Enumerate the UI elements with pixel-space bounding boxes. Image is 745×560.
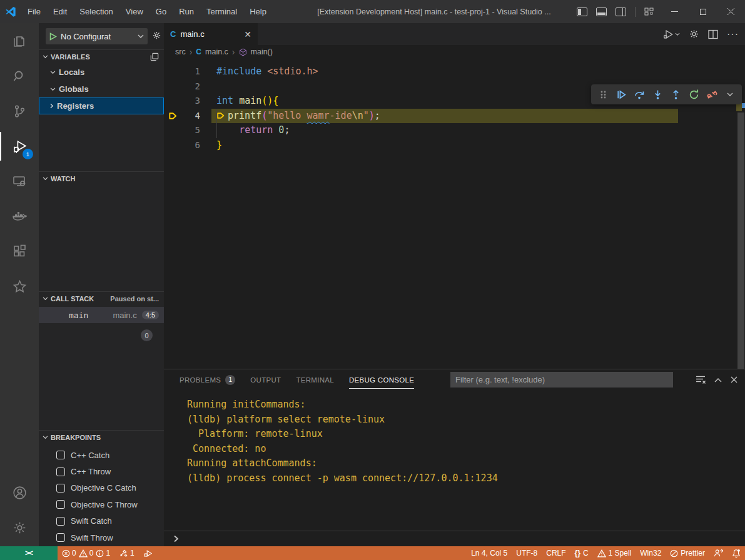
close-tab-icon[interactable]: ✕ — [244, 29, 251, 39]
close-window-button[interactable] — [717, 0, 745, 23]
close-panel-icon[interactable] — [731, 376, 737, 383]
run-and-debug-icon[interactable]: 1 — [0, 130, 39, 162]
breakpoint-gutter[interactable] — [164, 94, 181, 109]
spell-checker-status[interactable]: 1 Spell — [593, 546, 636, 560]
menu-run[interactable]: Run — [173, 0, 200, 23]
breakpoint-checkbox[interactable] — [56, 468, 65, 476]
breakpoint-gutter[interactable] — [164, 79, 181, 94]
call-stack-header[interactable]: CALL STACK Paused on st... — [39, 292, 164, 306]
breadcrumb-file[interactable]: main.c — [205, 48, 228, 56]
variables-scope-locals[interactable]: Locals — [39, 64, 164, 81]
debug-current-line-arrow-icon[interactable] — [164, 109, 181, 124]
tools-status[interactable]: 1 — [114, 546, 139, 560]
step-over-icon[interactable] — [632, 88, 646, 101]
maximize-button[interactable] — [689, 0, 717, 23]
tab-problems[interactable]: PROBLEMS 1 — [180, 369, 235, 390]
code-line[interactable]: 5 return 0; — [164, 123, 745, 138]
launch-settings-gear-icon[interactable] — [152, 31, 161, 40]
language-mode-status[interactable]: {} C — [570, 546, 593, 560]
explorer-icon[interactable] — [0, 25, 39, 58]
variables-header[interactable]: VARIABLES — [39, 50, 164, 64]
disconnect-icon[interactable] — [705, 88, 719, 101]
watch-header[interactable]: WATCH — [39, 172, 164, 186]
breakpoint-gutter[interactable] — [164, 64, 181, 79]
menu-terminal[interactable]: Terminal — [200, 0, 243, 23]
menu-go[interactable]: Go — [150, 0, 173, 23]
run-or-debug-icon[interactable] — [662, 29, 680, 40]
settings-gear-icon[interactable] — [0, 511, 39, 544]
debug-config-dropdown[interactable]: No Configurat — [46, 28, 148, 44]
chevron-down-icon[interactable] — [723, 88, 737, 101]
formatter-status[interactable]: Prettier — [666, 546, 709, 560]
menu-view[interactable]: View — [119, 0, 150, 23]
code-editor[interactable]: 1 #include <stdio.h> 2 3 int main(){ — [164, 59, 745, 369]
minimize-button[interactable] — [661, 0, 689, 23]
breakpoint-row[interactable]: Objective C Throw — [39, 496, 164, 512]
source-control-icon[interactable] — [0, 95, 39, 128]
menu-selection[interactable]: Selection — [73, 0, 119, 23]
scrollbar-thumb[interactable] — [737, 112, 744, 369]
continue-icon[interactable] — [614, 88, 628, 101]
tab-debug-console[interactable]: DEBUG CONSOLE — [349, 369, 414, 390]
breakpoint-row[interactable]: C++ Throw — [39, 463, 164, 479]
stack-frame-row[interactable]: main main.c 4:5 — [39, 307, 164, 323]
step-out-icon[interactable] — [669, 88, 682, 101]
docker-icon[interactable] — [0, 200, 39, 232]
step-into-icon[interactable] — [651, 88, 664, 101]
restart-icon[interactable] — [687, 88, 701, 101]
debug-console-filter-input[interactable] — [450, 372, 673, 388]
encoding-status[interactable]: UTF-8 — [512, 546, 542, 560]
breakpoint-row[interactable]: Objective C Catch — [39, 480, 164, 496]
platform-status[interactable]: Win32 — [636, 546, 666, 560]
menu-file[interactable]: File — [21, 0, 47, 23]
more-actions-icon[interactable]: ··· — [727, 29, 739, 40]
variables-scope-globals[interactable]: Globals — [39, 81, 164, 98]
breakpoint-checkbox[interactable] — [56, 517, 65, 526]
breadcrumb-folder[interactable]: src — [175, 48, 186, 56]
breakpoint-checkbox[interactable] — [56, 484, 65, 492]
debug-console-repl-input[interactable] — [164, 531, 745, 546]
breakpoint-checkbox[interactable] — [56, 451, 65, 459]
variables-scope-registers[interactable]: Registers — [39, 98, 164, 114]
notifications-status[interactable] — [727, 546, 745, 560]
remote-explorer-icon[interactable] — [0, 165, 39, 198]
breakpoints-header[interactable]: BREAKPOINTS — [39, 431, 164, 444]
feedback-status[interactable] — [709, 546, 727, 560]
customize-layout-icon[interactable] — [644, 7, 654, 16]
toggle-sidebar-icon[interactable] — [577, 8, 587, 16]
breakpoint-gutter[interactable] — [164, 123, 181, 138]
toolbar-drag-grip[interactable] — [596, 88, 610, 101]
extensions-icon[interactable] — [0, 235, 39, 268]
accounts-icon[interactable] — [0, 476, 39, 509]
problems-status[interactable]: 0 0 1 — [58, 546, 114, 560]
search-icon[interactable] — [0, 60, 39, 92]
toggle-panel-icon[interactable] — [596, 8, 607, 16]
debug-session-status[interactable] — [139, 546, 157, 560]
toggle-secondary-sidebar-icon[interactable] — [616, 8, 626, 16]
code-line[interactable]: 6 } — [164, 138, 745, 153]
editor-scrollbar[interactable] — [736, 59, 745, 369]
breadcrumb-symbol[interactable]: main() — [251, 48, 273, 56]
cursor-position-status[interactable]: Ln 4, Col 5 — [467, 546, 512, 560]
eol-status[interactable]: CRLF — [542, 546, 570, 560]
start-debug-icon[interactable] — [49, 32, 57, 41]
clear-console-icon[interactable] — [696, 375, 706, 384]
tab-main-c[interactable]: C main.c ✕ — [164, 23, 258, 45]
testing-star-icon[interactable] — [0, 270, 39, 302]
collapse-all-icon[interactable] — [150, 52, 159, 61]
maximize-panel-icon[interactable] — [714, 378, 722, 382]
breakpoint-row[interactable]: C++ Catch — [39, 447, 164, 463]
menu-edit[interactable]: Edit — [47, 0, 73, 23]
remote-indicator[interactable]: >< — [0, 546, 58, 560]
breakpoint-row[interactable]: Swift Catch — [39, 513, 164, 529]
tab-output[interactable]: OUTPUT — [250, 369, 281, 390]
code-line-current[interactable]: 4 printf("hello wamr-ide\n"); — [164, 109, 745, 124]
menu-help[interactable]: Help — [243, 0, 273, 23]
breakpoint-checkbox[interactable] — [56, 533, 65, 542]
breakpoint-checkbox[interactable] — [56, 500, 65, 509]
code-line[interactable]: 1 #include <stdio.h> — [164, 64, 745, 79]
breakpoint-gutter[interactable] — [164, 138, 181, 153]
editor-settings-gear-icon[interactable] — [689, 29, 699, 39]
split-editor-icon[interactable] — [708, 29, 718, 39]
breakpoint-row[interactable]: Swift Throw — [39, 529, 164, 546]
